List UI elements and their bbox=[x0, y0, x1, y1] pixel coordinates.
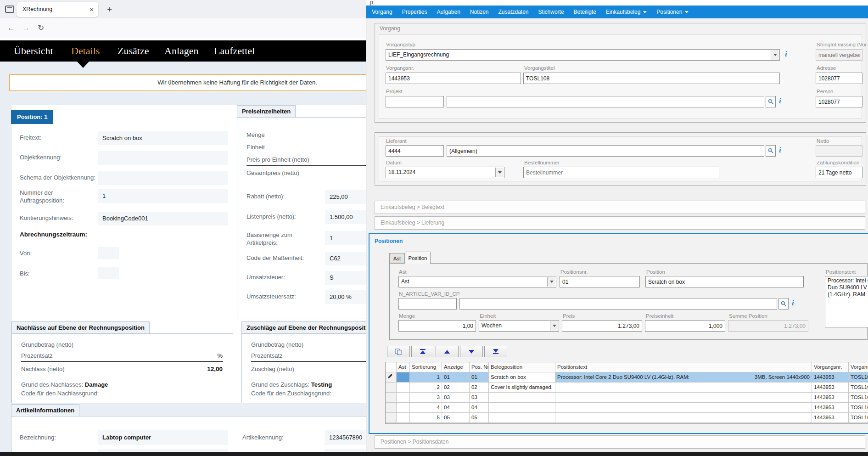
taskbar[interactable] bbox=[0, 452, 868, 456]
table-row[interactable]: 4 04 04 1443953 TOSL108 bbox=[386, 403, 868, 413]
new-tab-button[interactable]: + bbox=[107, 2, 112, 17]
gesamtpreis-label: Gesamtpreis (netto) bbox=[246, 169, 299, 176]
lieferant-info-icon[interactable]: i bbox=[779, 146, 781, 155]
nav-tab-laufzettel[interactable]: Laufzettel bbox=[214, 45, 255, 57]
nav-tab-zusaetze[interactable]: Zusätze bbox=[118, 45, 149, 57]
datum-dropdown-button[interactable] bbox=[495, 168, 504, 177]
datum-label: Datum bbox=[386, 160, 402, 165]
menu-aufgaben[interactable]: Aufgaben bbox=[437, 9, 460, 15]
position-input[interactable] bbox=[645, 276, 804, 287]
person-input[interactable] bbox=[816, 96, 862, 107]
n-article-info-icon[interactable]: i bbox=[792, 298, 794, 308]
preis-label: Preis bbox=[563, 313, 575, 319]
positionen-section-title: Positionen bbox=[375, 238, 403, 244]
netto-input[interactable] bbox=[816, 145, 862, 157]
positionstext-textarea[interactable]: Processor: Intel Core 2 Duo SU9400 LV (1… bbox=[825, 276, 868, 327]
schema-objektkennung-label: Schema der Objektkennung: bbox=[20, 174, 95, 181]
move-up-icon bbox=[444, 350, 450, 354]
menu-properties[interactable]: Properties bbox=[402, 9, 427, 15]
tab-close-icon[interactable]: × bbox=[90, 2, 94, 17]
projekt-name-input[interactable] bbox=[447, 96, 764, 107]
menu-zusatzdaten[interactable]: Zusatzdaten bbox=[498, 9, 529, 15]
nachlaesse-panel: Grundbetrag (netto) Prozentsatz % Nachla… bbox=[11, 333, 233, 403]
section-positionen-positionsdaten[interactable]: Positionen > Positionsdaten bbox=[375, 435, 865, 449]
bestellnummer-input[interactable] bbox=[523, 167, 719, 178]
zahlungskondition-input[interactable] bbox=[816, 167, 862, 178]
copy-row-button[interactable] bbox=[387, 346, 410, 357]
basismenge-label: Basismenge zumArtikelpreis: bbox=[246, 231, 292, 247]
table-row[interactable]: 3 03 03 1443953 TOSL108 bbox=[386, 393, 868, 403]
move-top-button[interactable] bbox=[411, 346, 434, 357]
von-label: Von: bbox=[20, 250, 32, 257]
menu-beteiligte[interactable]: Beteiligte bbox=[574, 9, 596, 15]
zuschlaege-header: Zuschläge auf Ebene der Rechnungspositio… bbox=[241, 321, 380, 334]
vorgangstitel-input[interactable] bbox=[523, 73, 780, 84]
forward-icon[interactable]: → bbox=[22, 18, 30, 38]
table-row[interactable]: 2 02 02 Cover is slightly damaged. 14439… bbox=[386, 383, 868, 393]
preis-input[interactable] bbox=[562, 320, 642, 332]
zuschlag-label: Zuschlag (netto) bbox=[251, 366, 294, 372]
bestellnummer-label: Bestellnummer bbox=[524, 160, 560, 165]
auftragsposition-value: 1 bbox=[98, 189, 228, 203]
projekt-lookup-button[interactable] bbox=[766, 96, 776, 107]
vorgangstitel-label: Vorgangstitel bbox=[524, 65, 555, 71]
reload-icon[interactable]: ↻ bbox=[38, 18, 44, 38]
nav-tab-details[interactable]: Details bbox=[71, 45, 100, 57]
lieferant-lookup-button[interactable] bbox=[766, 145, 776, 157]
n-article-name-input[interactable] bbox=[459, 298, 777, 310]
section-einkaufsbeleg-belegtext[interactable]: Einkaufsbeleg > Belegtext bbox=[375, 201, 865, 214]
vorgang-group-title: Vorgang bbox=[380, 25, 400, 32]
lieferant-nr-input[interactable] bbox=[386, 145, 444, 157]
ast-combobox[interactable]: Ast bbox=[398, 276, 556, 287]
magnifier-icon bbox=[768, 148, 774, 154]
vorgangstyp-label: Vorgangstyp bbox=[386, 42, 415, 47]
nav-tab-uebersicht[interactable]: Übersicht bbox=[14, 45, 53, 57]
tab-ast[interactable]: Ast bbox=[389, 253, 405, 263]
vorgangstyp-dropdown-button[interactable] bbox=[771, 50, 779, 60]
table-row[interactable]: 1 01 01 Scratch on box Processor: Intel … bbox=[386, 372, 868, 383]
erp-window: p Vorgang Properties Aufgaben Notizen Zu… bbox=[366, 0, 868, 452]
vorgangstyp-info-icon[interactable]: i bbox=[785, 50, 787, 59]
menu-vorgang[interactable]: Vorgang bbox=[372, 9, 392, 15]
menu-stichworte[interactable]: Stichworte bbox=[538, 9, 564, 15]
menu-notizen[interactable]: Notizen bbox=[470, 9, 489, 15]
n-article-lookup-button[interactable] bbox=[778, 298, 789, 310]
nav-tab-anlagen[interactable]: Anlagen bbox=[164, 45, 199, 57]
abrechnungszeitraum-label: Abrechnungszeitraum: bbox=[20, 231, 87, 238]
move-up-button[interactable] bbox=[436, 346, 459, 357]
move-top-icon bbox=[420, 349, 426, 350]
summe-position-label: Summe Position bbox=[729, 313, 767, 319]
move-bottom-button[interactable] bbox=[484, 346, 507, 357]
firefox-view-icon[interactable] bbox=[5, 6, 14, 13]
adresse-input[interactable] bbox=[816, 73, 862, 84]
zuschlag-grundbetrag-label: Grundbetrag (netto) bbox=[251, 341, 303, 348]
browser-tab[interactable]: XRechnung × bbox=[17, 2, 98, 17]
zuschlag-grund-label: Grund des Zuschlags: Testing bbox=[251, 381, 332, 388]
section-einkaufsbeleg-lieferung[interactable]: Einkaufsbeleg > Lieferung bbox=[375, 216, 865, 230]
lieferant-name-input[interactable] bbox=[447, 145, 764, 157]
projekt-info-icon[interactable]: i bbox=[779, 96, 781, 106]
tab-position[interactable]: Position bbox=[405, 252, 431, 264]
stringint-input[interactable] bbox=[816, 49, 862, 61]
move-down-button[interactable] bbox=[460, 346, 483, 357]
nachlass-prozentsatz-unit: % bbox=[217, 352, 223, 359]
n-article-nr-input[interactable] bbox=[398, 298, 457, 310]
menu-einkaufsbeleg[interactable]: Einkaufsbeleg bbox=[606, 9, 647, 15]
vorgangsnr-input[interactable] bbox=[386, 73, 521, 84]
table-row[interactable]: 5 05 05 1443953 TOSL108 bbox=[386, 413, 868, 423]
einheit-combobox[interactable]: Wochen bbox=[479, 320, 559, 332]
vorgangstyp-combobox[interactable]: LIEF_Eingangsrechnung bbox=[386, 49, 780, 61]
erp-titlebar: p bbox=[366, 0, 868, 6]
positionsnr-input[interactable] bbox=[560, 276, 640, 287]
bezeichnung-label: Bezeichnung: bbox=[20, 434, 56, 441]
datum-combobox[interactable]: 18.11.2024 bbox=[386, 167, 504, 178]
menu-positionen[interactable]: Positionen bbox=[656, 9, 689, 15]
menge-input[interactable] bbox=[398, 320, 476, 332]
ast-dropdown-button[interactable] bbox=[547, 277, 555, 287]
projekt-nr-input[interactable] bbox=[386, 96, 444, 107]
preiseinheit-input[interactable] bbox=[645, 320, 725, 332]
rabatt-label: Rabatt (netto): bbox=[246, 193, 285, 200]
back-icon[interactable]: ← bbox=[7, 18, 15, 38]
summe-position-input[interactable] bbox=[728, 320, 808, 332]
einheit-dropdown-button[interactable] bbox=[550, 321, 558, 331]
